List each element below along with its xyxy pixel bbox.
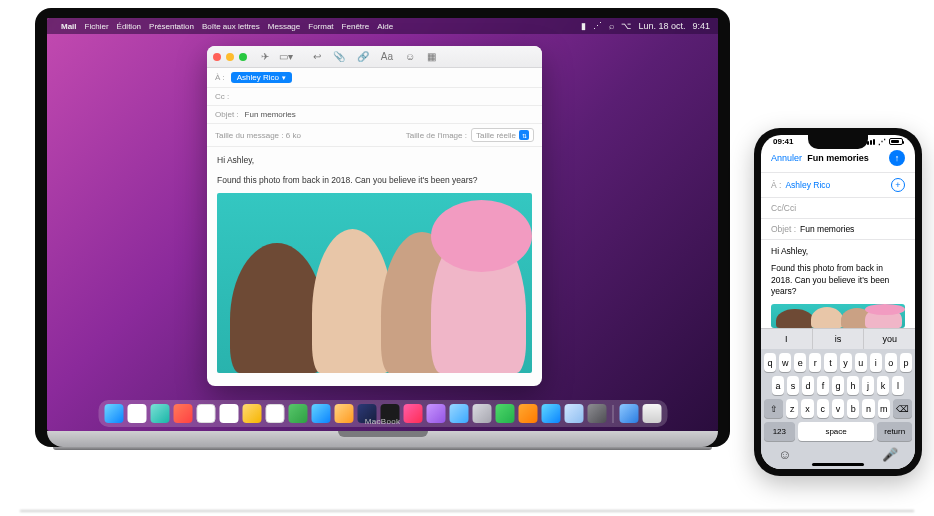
iphone-cc-row[interactable]: Cc/Cci — [761, 198, 915, 219]
dock-app-launchpad[interactable] — [127, 404, 146, 423]
emoji-key[interactable]: ☺ — [778, 447, 791, 462]
to-row[interactable]: À : Ashley Rico — [207, 68, 542, 88]
compose-body[interactable]: Hi Ashley, Found this photo from back in… — [207, 147, 542, 386]
menubar-date[interactable]: Lun. 18 oct. — [638, 21, 685, 31]
dock-app-maps[interactable] — [334, 404, 353, 423]
menubar-item-view[interactable]: Présentation — [149, 22, 194, 31]
iphone-subject-row[interactable]: Objet : Fun memories — [761, 219, 915, 240]
menubar-item-mailbox[interactable]: Boîte aux lettres — [202, 22, 260, 31]
dock-app-music[interactable] — [403, 404, 422, 423]
dock-app-downloads[interactable] — [619, 404, 638, 423]
attach-icon[interactable]: 📎 — [333, 51, 345, 62]
key-t-key[interactable]: t — [824, 353, 836, 372]
dock-app-finder[interactable] — [104, 404, 123, 423]
menubar-app-name[interactable]: Mail — [61, 22, 77, 31]
key-b-key[interactable]: b — [847, 399, 859, 418]
format-icon[interactable]: Aa — [381, 51, 393, 62]
key-d-key[interactable]: d — [802, 376, 814, 395]
key-p-key[interactable]: p — [900, 353, 912, 372]
control-center-icon[interactable]: ⌥ — [621, 21, 631, 31]
return-key[interactable]: return — [877, 422, 912, 441]
dock-app-pages[interactable] — [541, 404, 560, 423]
key-c-key[interactable]: c — [817, 399, 829, 418]
key-e-key[interactable]: e — [794, 353, 806, 372]
header-fields-icon[interactable]: ▭▾ — [279, 51, 293, 62]
menubar-item-message[interactable]: Message — [268, 22, 300, 31]
emoji-icon[interactable]: ☺ — [405, 51, 415, 62]
menubar-item-edit[interactable]: Édition — [117, 22, 141, 31]
key-f-key[interactable]: f — [817, 376, 829, 395]
dock-app-podcasts[interactable] — [426, 404, 445, 423]
menubar-item-help[interactable]: Aide — [377, 22, 393, 31]
spotlight-icon[interactable]: ⌕ — [609, 21, 614, 31]
backspace-key[interactable]: ⌫ — [893, 399, 912, 418]
key-y-key[interactable]: y — [840, 353, 852, 372]
dock-app-safari[interactable] — [150, 404, 169, 423]
dock-app-books[interactable] — [472, 404, 491, 423]
space-key[interactable]: space — [798, 422, 875, 441]
send-icon[interactable]: ✈ — [261, 51, 269, 62]
close-button[interactable] — [213, 53, 221, 61]
key-n-key[interactable]: n — [862, 399, 874, 418]
image-size-popup[interactable]: Taille réelle ⇅ — [471, 128, 534, 142]
dock-app-mail[interactable] — [173, 404, 192, 423]
zoom-button[interactable] — [239, 53, 247, 61]
link-icon[interactable]: 🔗 — [357, 51, 369, 62]
menubar-item-window[interactable]: Fenêtre — [342, 22, 370, 31]
battery-icon[interactable]: ▮ — [581, 21, 586, 31]
dock-app-calendar[interactable] — [219, 404, 238, 423]
key-k-key[interactable]: k — [877, 376, 889, 395]
predict-2[interactable]: is — [812, 329, 864, 349]
dock-app-contacts[interactable] — [196, 404, 215, 423]
cc-row[interactable]: Cc : — [207, 88, 542, 106]
dock-app-facetime[interactable] — [288, 404, 307, 423]
key-m-key[interactable]: m — [878, 399, 890, 418]
predict-1[interactable]: I — [761, 329, 812, 349]
dock-app-messages[interactable] — [311, 404, 330, 423]
menubar-item-format[interactable]: Format — [308, 22, 333, 31]
dock-app-keynote[interactable] — [518, 404, 537, 423]
menubar-time[interactable]: 9:41 — [692, 21, 710, 31]
home-indicator[interactable] — [812, 463, 864, 466]
wifi-icon[interactable]: ⋰ — [593, 21, 602, 31]
predict-3[interactable]: you — [863, 329, 915, 349]
key-q-key[interactable]: q — [764, 353, 776, 372]
reply-icon[interactable]: ↩ — [313, 51, 321, 62]
iphone-to-row[interactable]: À : Ashley Rico + — [761, 173, 915, 198]
dictation-key[interactable]: 🎤 — [882, 447, 898, 462]
numbers-key[interactable]: 123 — [764, 422, 795, 441]
shift-key[interactable]: ⇧ — [764, 399, 783, 418]
recipient-chip[interactable]: Ashley Rico — [231, 72, 292, 83]
key-s-key[interactable]: s — [787, 376, 799, 395]
iphone-attached-photo[interactable] — [771, 304, 905, 328]
key-w-key[interactable]: w — [779, 353, 791, 372]
add-recipient-button[interactable]: + — [891, 178, 905, 192]
dock-app-news[interactable] — [449, 404, 468, 423]
mail-compose-window[interactable]: ✈ ▭▾ ↩ 📎 🔗 Aa ☺ ▦ À : Ashley Rico — [207, 46, 542, 386]
key-l-key[interactable]: l — [892, 376, 904, 395]
key-a-key[interactable]: a — [772, 376, 784, 395]
key-h-key[interactable]: h — [847, 376, 859, 395]
dock-app-settings[interactable] — [587, 404, 606, 423]
attached-photo[interactable] — [217, 193, 532, 373]
compose-titlebar[interactable]: ✈ ▭▾ ↩ 📎 🔗 Aa ☺ ▦ — [207, 46, 542, 68]
minimize-button[interactable] — [226, 53, 234, 61]
key-v-key[interactable]: v — [832, 399, 844, 418]
key-j-key[interactable]: j — [862, 376, 874, 395]
dock-app-reminders[interactable] — [265, 404, 284, 423]
send-button[interactable]: ↑ — [889, 150, 905, 166]
key-u-key[interactable]: u — [855, 353, 867, 372]
key-r-key[interactable]: r — [809, 353, 821, 372]
key-x-key[interactable]: x — [801, 399, 813, 418]
iphone-recipient[interactable]: Ashley Rico — [785, 180, 830, 190]
cancel-button[interactable]: Annuler — [771, 153, 802, 163]
dock-app-appstore[interactable] — [564, 404, 583, 423]
dock-trash[interactable] — [642, 404, 661, 423]
menubar-item-file[interactable]: Fichier — [85, 22, 109, 31]
iphone-body[interactable]: Hi Ashley, Found this photo from back in… — [761, 240, 915, 304]
key-g-key[interactable]: g — [832, 376, 844, 395]
photo-browser-icon[interactable]: ▦ — [427, 51, 436, 62]
key-z-key[interactable]: z — [786, 399, 798, 418]
subject-row[interactable]: Objet : Fun memories — [207, 106, 542, 124]
dock-app-notes[interactable] — [242, 404, 261, 423]
